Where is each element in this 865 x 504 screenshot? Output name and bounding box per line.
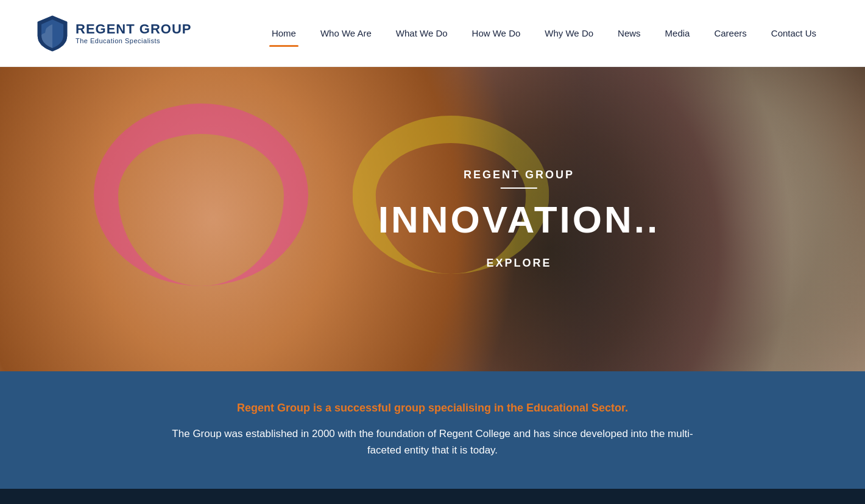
info-band: Regent Group is a successful group speci… <box>0 371 865 489</box>
hero-brand-text: REGENT GROUP <box>378 169 660 181</box>
nav-news[interactable]: News <box>606 22 653 44</box>
logo-shield-icon <box>37 15 68 52</box>
main-nav: Home Who We Are What We Do How We Do Why… <box>260 22 828 44</box>
info-description: The Group was established in 2000 with t… <box>158 425 707 458</box>
nav-contact-us[interactable]: Contact Us <box>759 22 828 44</box>
logo-subtitle: The Education Specialists <box>76 37 191 44</box>
services-section: OwnerOperators CollaborativePartnerships <box>0 489 865 504</box>
hero-explore-button[interactable]: EXPLORE <box>378 257 660 270</box>
nav-how-we-do[interactable]: How We Do <box>460 22 533 44</box>
headphone-pink-decoration <box>94 103 308 286</box>
nav-who-we-are[interactable]: Who We Are <box>308 22 384 44</box>
nav-what-we-do[interactable]: What We Do <box>384 22 460 44</box>
hero-section: REGENT GROUP INNOVATION.. EXPLORE <box>0 67 865 371</box>
info-highlight: Regent Group is a successful group speci… <box>49 402 816 415</box>
logo-area[interactable]: REGENT GROUP The Education Specialists <box>37 15 191 52</box>
nav-careers[interactable]: Careers <box>702 22 758 44</box>
hero-divider <box>501 187 537 189</box>
logo-title: REGENT GROUP <box>76 22 191 37</box>
hero-title: INNOVATION.. <box>378 201 660 239</box>
nav-media[interactable]: Media <box>653 22 702 44</box>
site-header: REGENT GROUP The Education Specialists H… <box>0 0 865 67</box>
nav-home[interactable]: Home <box>260 22 308 44</box>
nav-why-we-do[interactable]: Why We Do <box>532 22 606 44</box>
hero-content: REGENT GROUP INNOVATION.. EXPLORE <box>378 169 660 270</box>
